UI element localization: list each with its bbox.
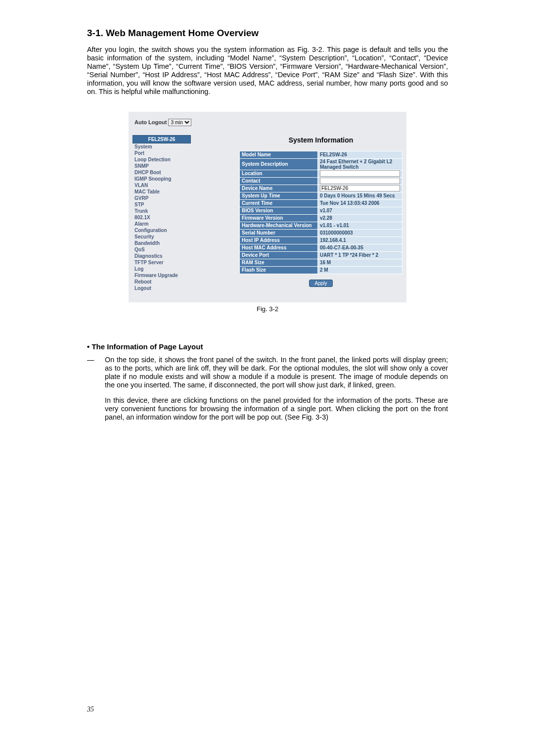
table-row: Device PortUART * 1 TP *24 Fiber * 2 <box>240 251 402 259</box>
row-value: v2.28 <box>317 214 402 222</box>
row-label: System Description <box>240 158 318 170</box>
para-2: In this device, there are clicking funct… <box>87 396 448 422</box>
bullet-icon: • <box>87 342 91 351</box>
row-label: BIOS Version <box>240 207 318 214</box>
apply-button[interactable]: Apply <box>309 280 332 287</box>
row-value: 00-40-C7-EA-00-35 <box>317 244 402 251</box>
row-label: Contact <box>240 177 318 185</box>
sidebar-item[interactable]: TFTP Server <box>133 259 191 266</box>
table-row: System Up Time0 Days 0 Hours 15 Mins 49 … <box>240 192 402 199</box>
sidebar-item[interactable]: Log <box>133 266 191 272</box>
table-row: RAM Size16 M <box>240 259 402 266</box>
sidebar-item[interactable]: Reboot <box>133 279 191 285</box>
row-value: Tue Nov 14 13:03:43 2006 <box>317 199 402 207</box>
row-value: 192.168.4.1 <box>317 236 402 244</box>
sidebar-item[interactable]: Bandwidth <box>133 240 191 246</box>
table-row: Location <box>240 170 402 177</box>
auto-logout-label: Auto Logout <box>134 119 167 125</box>
sidebar-item[interactable]: Configuration <box>133 227 191 234</box>
sidebar-item[interactable]: VLAN <box>133 182 191 189</box>
table-row: Host IP Address192.168.4.1 <box>240 236 402 244</box>
page-number: 35 <box>87 706 94 713</box>
sidebar-item[interactable]: Trunk <box>133 208 191 214</box>
table-row: Model NameFEL2SW-26 <box>240 151 402 158</box>
sidebar-item[interactable]: STP <box>133 201 191 208</box>
auto-logout-row: Auto Logout 3 min <box>133 117 402 135</box>
row-label: RAM Size <box>240 259 318 266</box>
row-value: 2 M <box>317 266 402 274</box>
sidebar-item[interactable]: Port <box>133 150 191 156</box>
dash-icon: — <box>87 356 94 364</box>
row-label: Current Time <box>240 199 318 207</box>
row-label: Hardware-Mechanical Version <box>240 222 318 229</box>
sidebar-item[interactable]: System <box>133 143 191 150</box>
row-value <box>317 177 402 185</box>
sidebar-item[interactable]: Diagnostics <box>133 253 191 259</box>
list-item: — On the top side, it shows the front pa… <box>87 356 448 389</box>
table-row: Current TimeTue Nov 14 13:03:43 2006 <box>240 199 402 207</box>
sub-heading: • The Information of Page Layout <box>87 342 203 351</box>
row-value <box>317 185 402 192</box>
sidebar-header: FEL2SW-26 <box>133 135 191 143</box>
sidebar-item[interactable]: Logout <box>133 285 191 291</box>
sidebar: FEL2SW-26 SystemPortLoop DetectionSNMPDH… <box>133 135 191 291</box>
row-value: UART * 1 TP *24 Fiber * 2 <box>317 251 402 259</box>
row-label: Device Name <box>240 185 318 192</box>
table-row: Firmware Versionv2.28 <box>240 214 402 222</box>
row-label: Location <box>240 170 318 177</box>
sidebar-item[interactable]: SNMP <box>133 163 191 169</box>
table-row: Host MAC Address00-40-C7-EA-00-35 <box>240 244 402 251</box>
sidebar-item[interactable]: MAC Table <box>133 189 191 195</box>
row-label: Flash Size <box>240 266 318 274</box>
table-row: BIOS Versionv1.07 <box>240 207 402 214</box>
para-1: On the top side, it shows the front pane… <box>105 356 448 389</box>
table-row: System Description24 Fast Ethernet + 2 G… <box>240 158 402 170</box>
table-row: Device Name <box>240 185 402 192</box>
row-value: 24 Fast Ethernet + 2 Gigabit L2 Managed … <box>317 158 402 170</box>
row-label: System Up Time <box>240 192 318 199</box>
sidebar-item[interactable]: DHCP Boot <box>133 169 191 176</box>
row-value: FEL2SW-26 <box>317 151 402 158</box>
table-row: Contact <box>240 177 402 185</box>
row-value: 16 M <box>317 259 402 266</box>
row-label: Firmware Version <box>240 214 318 222</box>
panel-title: System Information <box>239 135 402 151</box>
screenshot-panel: Auto Logout 3 min FEL2SW-26 SystemPortLo… <box>129 112 406 302</box>
info-input[interactable] <box>320 170 400 177</box>
info-input[interactable] <box>320 178 400 184</box>
section-heading: 3-1. Web Management Home Overview <box>87 28 448 39</box>
row-label: Host IP Address <box>240 236 318 244</box>
row-label: Host MAC Address <box>240 244 318 251</box>
sidebar-item[interactable]: Firmware Upgrade <box>133 272 191 279</box>
row-label: Device Port <box>240 251 318 259</box>
sidebar-item[interactable]: Alarm <box>133 221 191 227</box>
system-info-table: Model NameFEL2SW-26System Description24 … <box>239 151 402 274</box>
figure-caption: Fig. 3-2 <box>87 305 448 313</box>
table-row: Flash Size2 M <box>240 266 402 274</box>
row-value: v1.01 - v1.01 <box>317 222 402 229</box>
row-value: v1.07 <box>317 207 402 214</box>
intro-paragraph: After you login, the switch shows you th… <box>87 46 448 96</box>
sidebar-item[interactable]: IGMP Snooping <box>133 176 191 182</box>
table-row: Serial Number031000000003 <box>240 229 402 236</box>
row-value <box>317 170 402 177</box>
sidebar-item[interactable]: QoS <box>133 246 191 253</box>
row-label: Model Name <box>240 151 318 158</box>
auto-logout-select[interactable]: 3 min <box>168 119 191 126</box>
table-row: Hardware-Mechanical Versionv1.01 - v1.01 <box>240 222 402 229</box>
sidebar-item[interactable]: Security <box>133 234 191 240</box>
info-input[interactable] <box>320 185 400 191</box>
row-value: 0 Days 0 Hours 15 Mins 49 Secs <box>317 192 402 199</box>
row-value: 031000000003 <box>317 229 402 236</box>
sidebar-item[interactable]: GVRP <box>133 195 191 201</box>
row-label: Serial Number <box>240 229 318 236</box>
sidebar-item[interactable]: 802.1X <box>133 214 191 221</box>
sidebar-item[interactable]: Loop Detection <box>133 156 191 163</box>
main-panel: System Information Model NameFEL2SW-26Sy… <box>239 135 402 287</box>
